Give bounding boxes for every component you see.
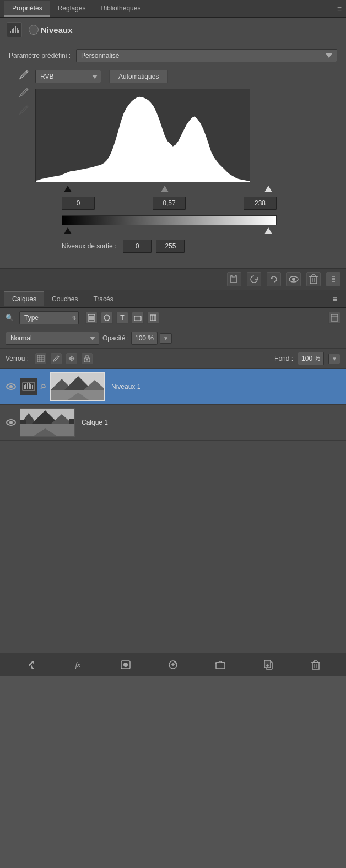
tab-reglages[interactable]: Réglages [50,1,94,17]
auto-button[interactable]: Automatiques [109,70,168,83]
output-white-input[interactable] [156,240,185,253]
tab-calques[interactable]: Calques [4,291,44,306]
mid-level-input[interactable] [153,197,186,210]
properties-content: Paramètre prédéfini : Personnalisé [0,42,346,268]
lock-image-pixels-icon[interactable] [51,353,62,364]
fond-input[interactable] [298,352,324,365]
levels-icon [7,22,22,37]
layer-content-niveaux1: Niveaux 1 [20,372,342,401]
input-slider-row [62,182,277,193]
preset-select[interactable]: Personnalisé [76,49,337,62]
channel-row: RVB Automatiques [35,70,337,83]
black-level-input[interactable] [62,197,95,210]
new-adjustment-icon[interactable] [166,658,180,672]
fx-icon[interactable]: fx [71,658,85,672]
layers-list: Niveaux 1 [0,369,346,441]
output-black-input[interactable] [123,240,152,253]
filter-search-icon: 🔍 [6,314,14,322]
panel-options-icon[interactable] [326,272,340,286]
layers-panel-menu-icon[interactable]: ≡ [328,295,342,303]
gradient-bar [62,215,277,225]
filter-text-icon[interactable]: T [116,312,128,324]
top-tab-bar: Propriétés Réglages Bibliothèques ≡ [0,0,346,18]
top-panel-menu-icon[interactable]: ≡ [337,4,342,13]
opacity-input[interactable] [131,332,158,345]
tab-traces[interactable]: Tracés [85,292,121,306]
filter-shape-icon[interactable] [132,312,144,324]
visibility-toggle-icon[interactable] [286,272,301,286]
delete-adjustment-icon[interactable] [306,272,321,286]
lock-all-icon[interactable] [82,353,93,364]
lock-transparent-pixels-icon[interactable] [35,353,46,364]
filter-select-wrapper: Type Nom Attribut Couleur ⇅ [19,311,79,324]
svg-rect-72 [216,663,225,669]
reset-to-defaults-icon[interactable] [227,272,241,286]
preset-label: Paramètre prédéfini : [9,52,71,59]
output-label: Niveaux de sortie : [62,242,116,250]
layer-visibility-niveaux1[interactable] [4,380,18,393]
add-mask-icon[interactable] [118,658,133,672]
input-values-row [62,197,277,210]
svg-rect-11 [232,275,235,277]
layer-thumb-niveaux1 [50,372,105,401]
filter-toggle-icon[interactable] [328,312,340,324]
filter-pixel-icon[interactable] [85,312,98,324]
svg-rect-29 [150,315,156,321]
reset-icon[interactable] [267,272,281,286]
filter-type-select[interactable]: Type Nom Attribut Couleur [22,312,72,324]
svg-rect-3 [15,26,16,33]
layers-panel: Calques Couches Tracés ≡ 🔍 Type Nom Attr… [0,290,346,676]
filter-row: 🔍 Type Nom Attribut Couleur ⇅ [0,308,346,328]
eyedropper-gray-icon[interactable] [18,88,30,100]
svg-rect-49 [32,385,33,389]
eyedropper-white-icon[interactable] [18,70,30,82]
filter-adjustment-icon[interactable] [101,312,113,324]
tab-couches[interactable]: Couches [44,292,85,306]
mid-input-slider[interactable] [161,186,169,192]
svg-rect-1 [12,29,13,33]
mode-row: Normal Fondu Obscurcir Multiplier Densit… [0,328,346,349]
svg-point-68 [123,663,128,667]
svg-rect-28 [134,316,141,321]
svg-rect-47 [29,383,30,389]
output-slider-row [62,225,277,235]
opacity-dropdown-arrow[interactable]: ▼ [160,333,172,344]
white-input-slider[interactable] [264,186,272,192]
svg-rect-5 [18,30,19,33]
fond-dropdown-arrow[interactable]: ▼ [328,354,340,364]
black-input-slider[interactable] [64,186,72,192]
svg-rect-4 [17,28,18,33]
new-group-icon[interactable] [213,658,228,672]
svg-rect-14 [310,276,317,284]
layer-item-calque1[interactable]: Calque 1 [0,405,346,441]
svg-rect-44 [24,385,25,389]
lock-position-icon[interactable] [66,353,77,364]
layer-visibility-calque1[interactable] [4,416,18,429]
output-row: Niveaux de sortie : [62,240,337,253]
bottom-panel-wrapper: Calques Couches Tracés ≡ 🔍 Type Nom Attr… [0,290,346,676]
link-layers-icon[interactable] [23,658,37,672]
blend-mode-select[interactable]: Normal Fondu Obscurcir Multiplier Densit… [6,332,99,345]
tab-proprietes[interactable]: Propriétés [4,1,50,17]
layer-name-niveaux1: Niveaux 1 [111,383,140,390]
svg-rect-2 [13,28,14,33]
eyedropper-black-icon[interactable] [18,105,30,117]
filter-smart-icon[interactable] [147,312,159,324]
delete-layer-icon[interactable] [309,658,323,672]
view-previous-icon[interactable] [247,272,261,286]
eye-icon-calque1 [6,419,16,426]
svg-rect-45 [25,384,26,389]
svg-rect-65 [69,419,74,424]
eyedropper-tools [18,70,30,117]
white-output-slider[interactable] [264,227,272,234]
fond-label: Fond : [274,355,293,362]
new-layer-icon[interactable] [261,658,275,672]
tab-bibliotheques[interactable]: Bibliothèques [93,1,148,17]
layer-thumb-calque1 [20,408,75,437]
layer-content-calque1: Calque 1 [20,408,342,437]
black-output-slider[interactable] [64,227,72,234]
channel-select[interactable]: RVB [35,70,101,83]
layer-item-niveaux1[interactable]: Niveaux 1 [0,369,346,405]
panel-header-circle [29,25,39,35]
white-level-input[interactable] [244,197,277,210]
